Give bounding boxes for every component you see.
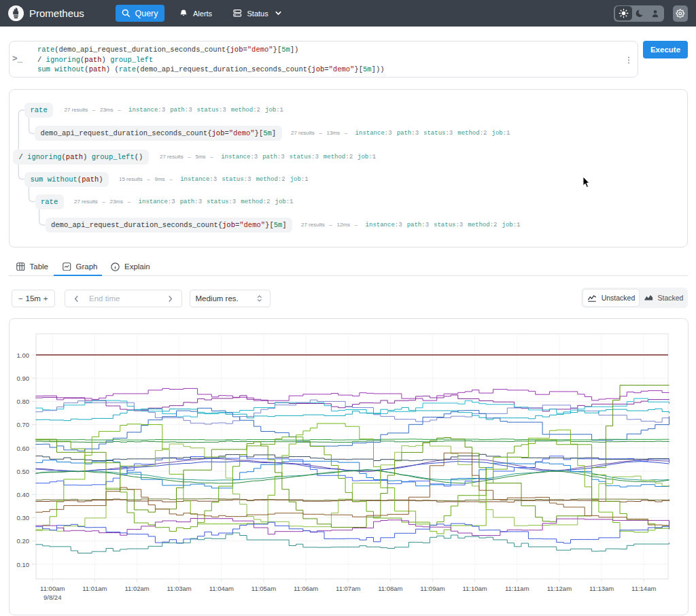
svg-text:11:12am: 11:12am	[547, 585, 572, 592]
svg-text:9/8/24: 9/8/24	[44, 594, 61, 601]
svg-text:11:05am: 11:05am	[251, 585, 276, 592]
svg-text:11:14am: 11:14am	[631, 585, 656, 592]
svg-text:11:02am: 11:02am	[124, 585, 149, 592]
svg-text:0.50: 0.50	[17, 468, 30, 475]
svg-text:0.60: 0.60	[17, 445, 30, 452]
svg-text:0.70: 0.70	[17, 421, 30, 428]
svg-text:11:00am: 11:00am	[40, 585, 65, 592]
svg-text:0.20: 0.20	[17, 537, 30, 545]
svg-text:1.00: 1.00	[17, 352, 30, 359]
svg-text:11:01am: 11:01am	[82, 585, 107, 592]
svg-text:0.90: 0.90	[17, 375, 30, 382]
svg-text:11:09am: 11:09am	[420, 585, 445, 592]
svg-text:11:08am: 11:08am	[378, 585, 402, 592]
svg-text:11:03am: 11:03am	[167, 585, 192, 592]
svg-text:11:04am: 11:04am	[209, 585, 234, 592]
svg-text:11:13am: 11:13am	[589, 585, 614, 592]
svg-text:0.10: 0.10	[17, 561, 30, 568]
svg-text:11:06am: 11:06am	[294, 585, 318, 592]
svg-text:0.30: 0.30	[17, 514, 30, 521]
svg-text:11:10am: 11:10am	[463, 585, 487, 592]
svg-text:11:11am: 11:11am	[505, 585, 529, 592]
svg-text:0.80: 0.80	[17, 398, 30, 405]
svg-text:11:07am: 11:07am	[336, 585, 360, 592]
svg-text:0.40: 0.40	[17, 491, 30, 498]
